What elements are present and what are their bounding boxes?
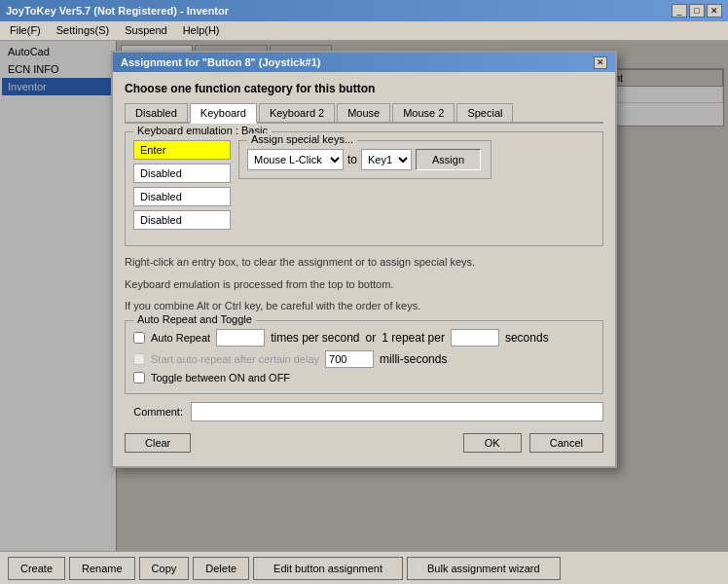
title-bar: JoyToKey Ver5.7 (Not Registered) - Inven… — [0, 0, 728, 21]
copy-button[interactable]: Copy — [139, 557, 190, 580]
bulk-wizard-button[interactable]: Bulk assignment wizard — [407, 557, 561, 580]
keyboard-area: Assign special keys... Mouse L-Click Mou… — [133, 140, 595, 237]
auto-repeat-row1: Auto Repeat times per second or 1 repeat… — [133, 329, 595, 347]
key-entries — [133, 140, 231, 230]
menu-settings[interactable]: Settings(S) — [51, 23, 115, 38]
toggle-checkbox[interactable] — [133, 372, 145, 383]
modal-title-text: Assignment for "Button 8" (Joystick#1) — [121, 56, 320, 68]
key-entry-2[interactable] — [133, 164, 231, 183]
repeat-per-label: 1 repeat per — [382, 331, 445, 345]
edit-button[interactable]: Edit button assignment — [253, 557, 403, 580]
key-entry-3[interactable] — [133, 187, 231, 206]
maximize-button[interactable]: □ — [689, 4, 705, 18]
assign-special-group: Assign special keys... Mouse L-Click Mou… — [238, 140, 491, 179]
title-bar-text: JoyToKey Ver5.7 (Not Registered) - Inven… — [6, 5, 229, 17]
auto-repeat-label-text: Auto Repeat — [151, 332, 210, 344]
create-button[interactable]: Create — [8, 557, 65, 580]
assign-special-container: Assign special keys... Mouse L-Click Mou… — [238, 140, 595, 237]
modal-body: Choose one function category for this bu… — [113, 72, 615, 466]
tab-special[interactable]: Special — [456, 103, 513, 122]
bottom-toolbar: Create Rename Copy Delete Edit button as… — [0, 551, 728, 584]
tab-mouse[interactable]: Mouse — [337, 103, 390, 122]
or-label: or — [366, 331, 377, 345]
modal-title-bar: Assignment for "Button 8" (Joystick#1) ✕ — [113, 53, 615, 72]
cancel-button[interactable]: Cancel — [529, 433, 603, 453]
comment-row: Comment: — [125, 402, 603, 421]
key-entry-1[interactable] — [133, 140, 231, 160]
tab-mouse2[interactable]: Mouse 2 — [392, 103, 455, 122]
assign-special-label: Assign special keys... — [247, 133, 357, 145]
auto-repeat-checkbox[interactable] — [133, 332, 145, 344]
auto-repeat-row3: Toggle between ON and OFF — [133, 372, 595, 383]
assignment-modal: Assignment for "Button 8" (Joystick#1) ✕… — [111, 51, 617, 468]
function-tabs: Disabled Keyboard Keyboard 2 Mouse Mouse… — [125, 103, 603, 124]
tab-keyboard[interactable]: Keyboard — [190, 103, 257, 124]
special-key-dropdown[interactable]: Mouse L-Click Mouse R-Click Mouse M-Clic… — [247, 149, 344, 170]
menu-suspend[interactable]: Suspend — [119, 23, 172, 38]
tab-keyboard2[interactable]: Keyboard 2 — [259, 103, 335, 122]
assign-row: Mouse L-Click Mouse R-Click Mouse M-Clic… — [247, 149, 483, 170]
clear-button[interactable]: Clear — [125, 433, 191, 453]
close-button[interactable]: ✕ — [707, 4, 722, 18]
auto-repeat-group: Auto Repeat and Toggle Auto Repeat times… — [125, 320, 603, 394]
auto-repeat-row2: Start auto-repeat after certain delay mi… — [133, 350, 595, 368]
title-bar-buttons: _ □ ✕ — [672, 4, 722, 18]
start-delay-label: Start auto-repeat after certain delay — [151, 353, 319, 365]
times-per-second-label: times per second — [271, 331, 359, 345]
rename-button[interactable]: Rename — [69, 557, 135, 580]
dialog-buttons: Clear OK Cancel — [125, 429, 603, 456]
assign-button[interactable]: Assign — [416, 149, 481, 170]
ok-button[interactable]: OK — [463, 433, 522, 453]
ok-cancel-group: OK Cancel — [463, 433, 603, 453]
times-per-second-input[interactable] — [216, 329, 265, 347]
comment-input[interactable] — [191, 402, 603, 421]
menu-bar: File(F) Settings(S) Suspend Help(H) — [0, 21, 728, 41]
keyboard-emulation-group: Keyboard emulation : Basic — [125, 131, 603, 246]
tab-disabled[interactable]: Disabled — [125, 103, 188, 122]
info-text-2: Keyboard emulation is processed from the… — [125, 276, 603, 293]
to-label: to — [347, 153, 357, 166]
modal-overlay: Assignment for "Button 8" (Joystick#1) ✕… — [0, 41, 728, 551]
info-text-3: If you combine Alt or Ctrl key, be caref… — [125, 298, 603, 314]
minimize-button[interactable]: _ — [672, 4, 687, 18]
delete-button[interactable]: Delete — [193, 557, 249, 580]
start-delay-checkbox[interactable] — [133, 353, 145, 365]
menu-file[interactable]: File(F) — [4, 23, 47, 38]
menu-help[interactable]: Help(H) — [177, 23, 226, 38]
modal-close-button[interactable]: ✕ — [594, 56, 607, 69]
key-entries-container — [133, 140, 231, 237]
toggle-label: Toggle between ON and OFF — [151, 372, 290, 383]
ms-label: milli-seconds — [380, 352, 447, 366]
modal-heading: Choose one function category for this bu… — [125, 82, 603, 95]
key-entry-4[interactable] — [133, 210, 231, 230]
seconds-input[interactable] — [451, 329, 499, 347]
info-text-1: Right-click an entry box, to clear the a… — [125, 254, 603, 271]
comment-label: Comment: — [125, 406, 183, 418]
seconds-label: seconds — [505, 331, 549, 345]
auto-repeat-group-label: Auto Repeat and Toggle — [133, 313, 256, 325]
key-target-dropdown[interactable]: Key1 Key2 Key3 Key4 — [361, 149, 412, 170]
ms-input[interactable] — [325, 350, 374, 368]
main-container: AutoCad ECN INFO Inventor Joystick 1 Joy… — [0, 41, 728, 551]
